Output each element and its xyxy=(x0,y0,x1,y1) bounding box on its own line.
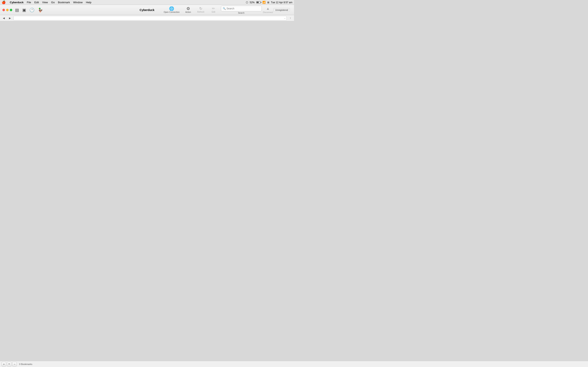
search-input[interactable] xyxy=(227,7,260,10)
menu-edit[interactable]: Edit xyxy=(34,1,39,4)
open-connection-label: Open Connection xyxy=(164,11,180,13)
maximize-button[interactable] xyxy=(10,9,12,11)
disconnect-icon: ▲ xyxy=(266,7,270,11)
history-icon: 🕐 xyxy=(29,8,35,12)
action-icon: ⚙ xyxy=(186,7,190,11)
toggle-view-icon: ▣ xyxy=(22,8,26,12)
menu-go[interactable]: Go xyxy=(51,1,55,4)
dropbox-icon[interactable]: ⬡ xyxy=(246,1,248,4)
sidebar-toggle-icon: ▤ xyxy=(15,8,19,12)
nav-path-container[interactable]: ⌄ xyxy=(13,16,287,20)
refresh-label: Refresh xyxy=(197,11,204,13)
main-content xyxy=(0,21,294,174)
edit-button[interactable]: ✏ Edit xyxy=(208,6,220,14)
nav-back-icon: ◀ xyxy=(3,17,5,20)
window-title: Cyberduck xyxy=(140,8,154,12)
menu-view[interactable]: View xyxy=(42,1,48,4)
edit-label: Edit xyxy=(212,11,215,13)
nav-forward-button[interactable]: ▶ xyxy=(7,16,13,20)
edit-icon: ✏ xyxy=(212,7,215,10)
nav-up-icon: ↑ xyxy=(290,17,291,20)
nav-forward-icon: ▶ xyxy=(9,17,11,20)
datetime: Tue 12 Apr 8:57 am xyxy=(271,1,292,4)
disconnect-label: Disconnect xyxy=(263,11,273,13)
sidebar-toggle-button[interactable]: ▤ xyxy=(14,8,20,12)
action-button[interactable]: ⚙ Action xyxy=(182,6,194,14)
menu-window[interactable]: Window xyxy=(73,1,82,4)
history-button[interactable]: 🕐 xyxy=(28,8,36,12)
nav-path-chevron-icon: ⌄ xyxy=(284,17,286,19)
search-icon: 🔍 xyxy=(223,7,226,10)
menu-bookmark[interactable]: Bookmark xyxy=(58,1,70,4)
menu-help[interactable]: Help xyxy=(86,1,91,4)
action-label: Action xyxy=(185,11,191,13)
control-center-icon[interactable]: ⊞ xyxy=(267,1,269,4)
apple-menu[interactable]: 🍎 xyxy=(2,0,6,4)
window-titlebar: ▤ ▣ 🕐 🦆 Cyberduck 🌐 Open Connection ⚙ Ac… xyxy=(0,5,294,15)
search-label: Search xyxy=(238,12,245,14)
menu-bar-right: ⬡ 52% 📶 ⊞ Tue 12 Apr 8:57 am xyxy=(246,1,292,4)
disconnect-container: ▲ Disconnect xyxy=(263,7,273,13)
refresh-button[interactable]: ↻ Refresh xyxy=(195,6,207,14)
unregistered-button[interactable]: Unregistered xyxy=(273,8,290,12)
menu-bar: 🍎 Cyberduck File Edit View Go Bookmark W… xyxy=(0,0,294,5)
minimize-button[interactable] xyxy=(6,9,9,11)
close-button[interactable] xyxy=(2,9,5,11)
toggle-view-button[interactable]: ▣ xyxy=(21,8,27,12)
open-connection-icon: 🌐 xyxy=(169,7,174,11)
nav-back-button[interactable]: ◀ xyxy=(1,16,7,20)
nav-path-input[interactable] xyxy=(15,17,284,20)
refresh-icon: ↻ xyxy=(199,7,202,10)
wifi-icon[interactable]: 📶 xyxy=(262,1,266,4)
search-box[interactable]: 🔍 xyxy=(221,6,262,11)
open-connection-button[interactable]: 🌐 Open Connection xyxy=(162,6,182,14)
nav-up-button[interactable]: ↑ xyxy=(287,16,293,20)
duck-icon: 🦆 xyxy=(38,8,43,12)
duck-button[interactable]: 🦆 xyxy=(36,8,44,12)
search-container: 🔍 Search xyxy=(221,6,262,14)
battery-icon xyxy=(256,1,261,3)
menu-file[interactable]: File xyxy=(27,1,31,4)
menu-app-name[interactable]: Cyberduck xyxy=(10,1,24,4)
battery-percent: 52% xyxy=(250,1,255,4)
traffic-lights xyxy=(2,9,12,11)
nav-bar: ◀ ▶ ⌄ ↑ xyxy=(0,15,294,21)
